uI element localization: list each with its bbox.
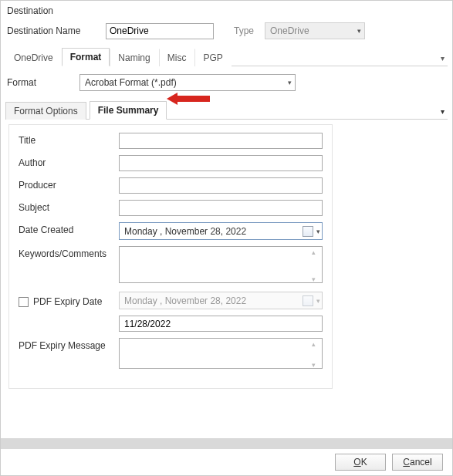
format-value: Acrobat Format (*.pdf) [85, 77, 269, 88]
destination-name-input[interactable] [106, 23, 214, 39]
date-created-picker[interactable]: Monday , November 28, 2022 ▾ [119, 222, 323, 240]
date-created-value: Monday , November 28, 2022 [124, 226, 246, 237]
calendar-icon [303, 226, 313, 237]
author-label: Author [19, 155, 119, 168]
footer: OK Cancel [1, 438, 452, 475]
pdf-expiry-date-value: Monday , November 28, 2022 [124, 295, 246, 306]
pdf-expiry-message-label: PDF Expiry Message [19, 338, 119, 351]
footer-separator [1, 438, 452, 449]
subtab-format-options[interactable]: Format Options [5, 102, 86, 120]
cancel-button[interactable]: Cancel [392, 454, 443, 471]
producer-input[interactable] [119, 177, 323, 194]
subject-label: Subject [19, 200, 119, 213]
sub-tabs: Format Options File Summary ▾ [5, 100, 448, 120]
format-row: Format Acrobat Format (*.pdf) ▾ [1, 71, 452, 94]
destination-row: Destination Name Type OneDrive ▾ [1, 19, 452, 42]
author-input[interactable] [119, 155, 323, 171]
subtabs-caret-icon[interactable]: ▾ [441, 107, 448, 119]
chevron-down-icon: ▾ [316, 228, 320, 235]
type-label: Type [234, 25, 265, 36]
calendar-icon [303, 295, 313, 306]
chevron-down-icon: ▾ [316, 297, 320, 305]
tab-format[interactable]: Format [62, 48, 110, 66]
producer-label: Producer [19, 177, 119, 191]
type-select: OneDrive ▾ [265, 22, 365, 39]
title-label: Title [19, 133, 119, 146]
destination-name-label: Destination Name [7, 25, 106, 36]
chevron-down-icon: ▾ [288, 79, 292, 86]
pdf-expiry-date-picker: Monday , November 28, 2022 ▾ [119, 292, 323, 309]
format-label: Format [7, 77, 79, 88]
subject-input[interactable] [119, 200, 323, 216]
title-input[interactable] [119, 133, 323, 149]
keywords-textarea[interactable] [119, 246, 323, 283]
type-value: OneDrive [270, 25, 339, 36]
pdf-expiry-date-label: PDF Expiry Date [33, 296, 102, 307]
pdf-expiry-message-textarea[interactable] [119, 338, 323, 369]
tab-pgp[interactable]: PGP [194, 49, 231, 66]
format-select[interactable]: Acrobat Format (*.pdf) ▾ [79, 74, 296, 91]
keywords-label: Keywords/Comments [19, 246, 119, 259]
tabs-expand-icon[interactable]: ▾ [441, 54, 448, 66]
tab-naming[interactable]: Naming [110, 49, 158, 66]
pdf-expiry-date-label-group: PDF Expiry Date [19, 294, 119, 307]
pdf-expiry-checkbox[interactable] [19, 297, 29, 307]
tab-onedrive[interactable]: OneDrive [5, 49, 62, 66]
tab-misc[interactable]: Misc [159, 49, 195, 66]
window-title: Destination [1, 1, 452, 19]
chevron-down-icon: ▾ [357, 27, 361, 35]
pdf-expiry-short-input[interactable] [119, 316, 323, 332]
file-summary-panel: Title Author Producer Subject Date Creat… [8, 124, 333, 389]
ok-button[interactable]: OK [335, 454, 386, 471]
spacer-label [19, 316, 119, 318]
subtab-file-summary[interactable]: File Summary [90, 101, 167, 120]
main-tabs: OneDrive Format Naming Misc PGP ▾ [5, 47, 448, 66]
date-created-label: Date Created [19, 222, 119, 235]
